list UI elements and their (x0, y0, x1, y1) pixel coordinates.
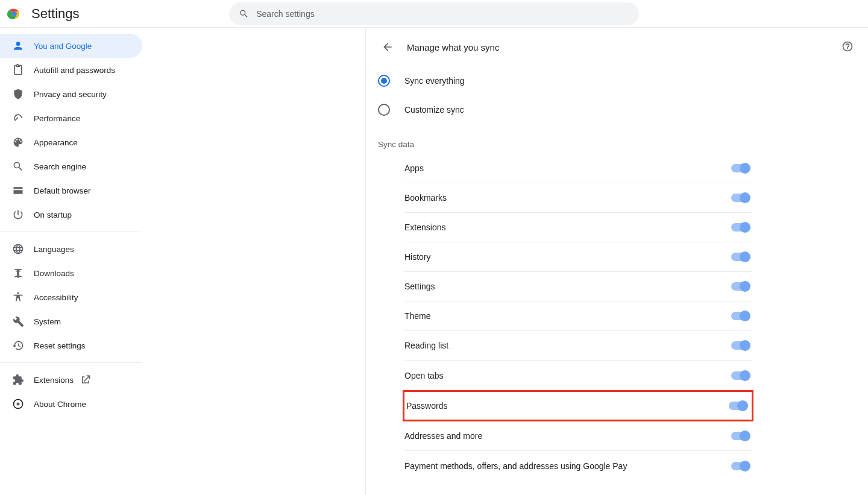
sidebar-item-reset[interactable]: Reset settings (0, 333, 142, 358)
sidebar-item-label: System (34, 317, 61, 326)
toggle-passwords[interactable] (729, 402, 747, 410)
toggle-history[interactable] (731, 253, 749, 261)
toggle-payment[interactable] (731, 462, 749, 470)
toggle-theme[interactable] (731, 312, 749, 320)
sidebar-item-appearance[interactable]: Appearance (0, 130, 142, 154)
sidebar-item-label: Accessibility (34, 293, 78, 302)
toggle-row-passwords: Passwords (404, 392, 749, 420)
toggle-label: Addresses and more (404, 431, 482, 441)
sidebar-item-search-engine[interactable]: Search engine (0, 154, 142, 178)
search-icon (239, 8, 249, 19)
page-title: Settings (31, 6, 80, 22)
person-icon (12, 40, 24, 52)
sidebar-item-accessibility[interactable]: Accessibility (0, 285, 142, 309)
chrome-icon (12, 398, 24, 410)
clipboard-icon (12, 64, 24, 76)
toggle-label: Extensions (404, 222, 445, 232)
restore-icon (12, 339, 24, 352)
sidebar-item-about[interactable]: About Chrome (0, 392, 142, 416)
radio-customize-sync[interactable]: Customize sync (378, 95, 752, 124)
help-button[interactable] (841, 40, 854, 54)
toggle-extensions[interactable] (731, 223, 749, 232)
top-bar: Settings (0, 0, 868, 28)
radio-sync-everything[interactable]: Sync everything (378, 66, 752, 95)
toggle-open-tabs[interactable] (731, 371, 749, 380)
toggle-row-extensions: Extensions (404, 213, 752, 242)
sidebar-item-default-browser[interactable]: Default browser (0, 178, 142, 203)
toggle-label: Passwords (406, 401, 447, 411)
main-title: Manage what you sync (407, 42, 499, 52)
toggle-label: Theme (404, 311, 431, 321)
settings-sidebar: You and GoogleAutofill and passwordsPriv… (0, 28, 142, 495)
sidebar-item-label: About Chrome (34, 400, 86, 409)
search-icon (12, 160, 24, 172)
open-external-icon (80, 374, 92, 386)
sidebar-item-label: Search engine (34, 162, 86, 171)
search-settings-field[interactable] (229, 2, 639, 25)
wrench-icon (12, 315, 24, 327)
main-panel: Manage what you sync Sync everything Cus… (365, 28, 868, 495)
toggle-row-reading-list: Reading list (404, 331, 752, 361)
shield-icon (12, 88, 24, 100)
globe-icon (12, 243, 24, 255)
divider (0, 362, 142, 363)
search-input[interactable] (256, 9, 629, 19)
sidebar-item-languages[interactable]: Languages (0, 237, 142, 261)
toggle-label: History (404, 252, 431, 262)
help-icon (841, 40, 854, 52)
sidebar-item-label: Downloads (34, 269, 74, 278)
toggle-row-addresses: Addresses and more (404, 421, 752, 451)
toggle-bookmarks[interactable] (731, 194, 749, 202)
accessibility-icon (12, 291, 24, 303)
sidebar-item-label: Appearance (34, 138, 78, 147)
sidebar-item-label: Performance (34, 114, 80, 123)
section-label: Sync data (378, 124, 752, 154)
toggle-apps[interactable] (731, 164, 749, 172)
radio-icon (378, 104, 390, 116)
toggle-label: Settings (404, 282, 435, 291)
sidebar-item-autofill[interactable]: Autofill and passwords (0, 58, 142, 82)
sidebar-item-label: Reset settings (34, 341, 86, 350)
back-button[interactable] (378, 37, 397, 57)
radio-label: Sync everything (404, 76, 465, 86)
sidebar-item-system[interactable]: System (0, 309, 142, 333)
svg-point-4 (17, 403, 20, 406)
toggle-label: Bookmarks (404, 193, 447, 203)
chrome-logo (7, 7, 22, 21)
toggle-row-theme: Theme (404, 301, 752, 331)
toggle-reading-list[interactable] (731, 341, 749, 350)
toggle-row-settings: Settings (404, 272, 752, 301)
sidebar-item-on-startup[interactable]: On startup (0, 203, 142, 227)
download-icon (12, 267, 24, 279)
extension-icon (12, 374, 24, 386)
toggle-row-bookmarks: Bookmarks (404, 183, 752, 213)
sidebar-item-label: Autofill and passwords (34, 66, 115, 75)
toggle-row-history: History (404, 242, 752, 272)
sidebar-item-label: You and Google (34, 42, 92, 51)
sidebar-item-label: Extensions (34, 376, 74, 385)
sidebar-item-you-and-google[interactable]: You and Google (0, 34, 142, 58)
sidebar-item-extensions[interactable]: Extensions (0, 368, 142, 392)
power-icon (12, 209, 24, 221)
sidebar-item-downloads[interactable]: Downloads (0, 261, 142, 285)
sidebar-item-label: Languages (34, 245, 74, 254)
sidebar-item-performance[interactable]: Performance (0, 106, 142, 130)
toggle-addresses[interactable] (731, 432, 749, 440)
toggle-row-apps: Apps (404, 154, 752, 183)
radio-label: Customize sync (404, 105, 464, 115)
arrow-left-icon (382, 41, 394, 53)
divider (0, 232, 142, 232)
sidebar-item-privacy[interactable]: Privacy and security (0, 82, 142, 106)
browser-icon (12, 184, 24, 197)
radio-icon (378, 75, 390, 87)
sidebar-item-label: Default browser (34, 186, 91, 195)
sidebar-item-label: On startup (34, 210, 72, 219)
toggle-label: Apps (404, 163, 424, 173)
toggle-label: Open tabs (404, 371, 444, 380)
palette-icon (12, 136, 24, 148)
toggle-row-open-tabs: Open tabs (404, 361, 752, 390)
highlight-box: Passwords (403, 390, 753, 421)
toggle-settings[interactable] (731, 282, 749, 291)
sidebar-item-label: Privacy and security (34, 90, 107, 99)
toggle-row-payment: Payment methods, offers, and addresses u… (404, 451, 752, 481)
